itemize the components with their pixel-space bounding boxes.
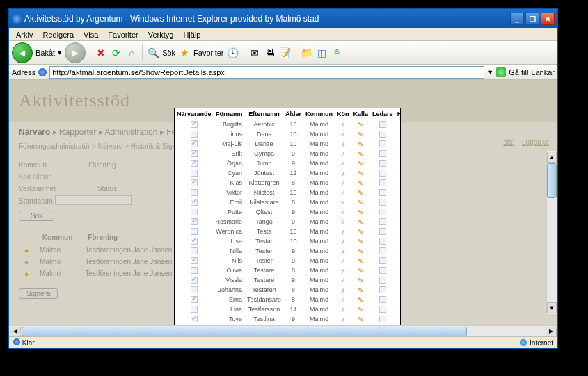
ledare-checkbox[interactable] <box>379 296 386 303</box>
edit-icon[interactable]: ✎ <box>358 189 363 197</box>
vertical-scrollbar[interactable]: ▲ ▼ <box>546 151 557 314</box>
favorites-icon[interactable]: ★ <box>178 47 191 59</box>
horizontal-scrollbar[interactable]: ◀ ▶ <box>9 325 557 336</box>
menu-verktyg[interactable]: Verktyg <box>144 30 178 40</box>
edit-icon[interactable]: ✎ <box>358 306 363 313</box>
edit-icon[interactable]: ✎ <box>358 140 363 148</box>
attendance-checkbox[interactable] <box>191 296 198 303</box>
edit-icon[interactable]: ✎ <box>358 238 363 245</box>
attendance-checkbox[interactable] <box>191 179 198 186</box>
attendance-checkbox[interactable] <box>191 286 198 293</box>
print-icon[interactable]: 🖶 <box>264 47 276 59</box>
attendance-checkbox[interactable] <box>191 189 198 196</box>
history-icon[interactable]: 🕓 <box>227 47 239 59</box>
scroll-thumb-h[interactable] <box>22 327 467 336</box>
ledare-checkbox[interactable] <box>379 257 386 264</box>
edit-icon[interactable]: ✎ <box>358 277 363 284</box>
edit-icon[interactable]: ✎ <box>358 170 363 177</box>
edit-icon[interactable]: ✎ <box>358 218 363 226</box>
attendance-checkbox[interactable] <box>191 140 198 147</box>
ledare-checkbox[interactable] <box>379 228 386 235</box>
tool-icon-1[interactable]: ◫ <box>316 47 328 59</box>
menu-hjalp[interactable]: Hjälp <box>179 30 205 40</box>
ledare-checkbox[interactable] <box>379 170 386 177</box>
edit-icon[interactable]: 📝 <box>279 47 292 59</box>
tool-icon-2[interactable]: ⚘ <box>331 47 344 59</box>
ledare-checkbox[interactable] <box>379 160 386 167</box>
attendance-checkbox[interactable] <box>191 170 198 177</box>
ledare-checkbox[interactable] <box>379 286 386 293</box>
back-button[interactable]: ◄ <box>12 42 33 63</box>
minimize-button[interactable]: _ <box>510 13 524 25</box>
scroll-up-icon[interactable]: ▲ <box>547 152 557 163</box>
edit-icon[interactable]: ✎ <box>358 121 363 129</box>
attendance-checkbox[interactable] <box>191 277 198 284</box>
folder-icon[interactable]: 📁 <box>301 47 313 59</box>
edit-icon[interactable]: ✎ <box>358 296 363 304</box>
edit-icon[interactable]: ✎ <box>358 247 363 255</box>
scroll-left-icon[interactable]: ◀ <box>10 327 21 336</box>
mail-icon[interactable]: ✉ <box>248 47 261 59</box>
ledare-checkbox[interactable] <box>379 247 386 254</box>
attendance-checkbox[interactable] <box>191 316 198 322</box>
edit-icon[interactable]: ✎ <box>358 228 363 236</box>
scroll-down-icon[interactable]: ▼ <box>547 302 557 313</box>
ledare-checkbox[interactable] <box>379 209 386 215</box>
attendance-checkbox[interactable] <box>191 121 198 128</box>
forward-button[interactable]: ► <box>65 42 86 63</box>
edit-icon[interactable]: ✎ <box>358 199 363 206</box>
attendance-checkbox[interactable] <box>191 247 198 254</box>
close-button[interactable]: ✕ <box>541 13 555 25</box>
menu-visa[interactable]: Visa <box>79 30 102 40</box>
edit-icon[interactable]: ✎ <box>358 160 363 167</box>
scroll-thumb-v[interactable] <box>547 163 557 198</box>
ledare-checkbox[interactable] <box>379 179 386 186</box>
edit-icon[interactable]: ✎ <box>358 257 363 265</box>
ledare-checkbox[interactable] <box>379 189 386 196</box>
ledare-checkbox[interactable] <box>379 316 386 322</box>
attendance-checkbox[interactable] <box>191 209 198 215</box>
menu-arkiv[interactable]: Arkiv <box>12 30 37 40</box>
attendance-checkbox[interactable] <box>191 267 198 274</box>
home-icon[interactable]: ⌂ <box>125 47 138 59</box>
edit-icon[interactable]: ✎ <box>358 267 363 275</box>
cell-kon: ♂ <box>335 295 351 304</box>
edit-icon[interactable]: ✎ <box>358 316 363 323</box>
refresh-icon[interactable]: ⟳ <box>110 47 122 59</box>
menu-redigera[interactable]: Redigera <box>38 30 78 40</box>
go-icon[interactable] <box>496 67 506 77</box>
attendance-checkbox[interactable] <box>191 218 198 225</box>
attendance-checkbox[interactable] <box>191 131 198 138</box>
ledare-checkbox[interactable] <box>379 199 386 206</box>
ledare-checkbox[interactable] <box>379 238 386 245</box>
ledare-checkbox[interactable] <box>379 267 386 274</box>
ledare-checkbox[interactable] <box>379 121 386 128</box>
ledare-checkbox[interactable] <box>379 150 386 157</box>
search-icon[interactable]: 🔍 <box>147 47 159 59</box>
cell-fornamn: Nils <box>214 256 246 265</box>
attendance-checkbox[interactable] <box>191 160 198 167</box>
edit-icon[interactable]: ✎ <box>358 209 363 216</box>
attendance-checkbox[interactable] <box>191 257 198 264</box>
edit-icon[interactable]: ✎ <box>358 286 363 294</box>
edit-icon[interactable]: ✎ <box>358 131 363 138</box>
address-input[interactable] <box>49 66 484 79</box>
edit-icon[interactable]: ✎ <box>358 179 363 187</box>
ledare-checkbox[interactable] <box>379 140 386 147</box>
attendance-checkbox[interactable] <box>191 150 198 157</box>
go-label[interactable]: Gå till <box>509 68 528 76</box>
attendance-checkbox[interactable] <box>191 228 198 235</box>
ledare-checkbox[interactable] <box>379 306 386 313</box>
scroll-right-icon[interactable]: ▶ <box>546 327 557 336</box>
ledare-checkbox[interactable] <box>379 131 386 138</box>
attendance-checkbox[interactable] <box>191 238 198 245</box>
maximize-button[interactable]: ❐ <box>525 13 539 25</box>
ledare-checkbox[interactable] <box>379 218 386 225</box>
attendance-checkbox[interactable] <box>191 199 198 206</box>
edit-icon[interactable]: ✎ <box>358 150 363 158</box>
stop-icon[interactable]: ✖ <box>95 47 107 59</box>
menu-favoriter[interactable]: Favoriter <box>104 30 142 40</box>
attendance-checkbox[interactable] <box>191 306 198 313</box>
links-label[interactable]: Länkar <box>531 68 555 76</box>
ledare-checkbox[interactable] <box>379 277 386 284</box>
